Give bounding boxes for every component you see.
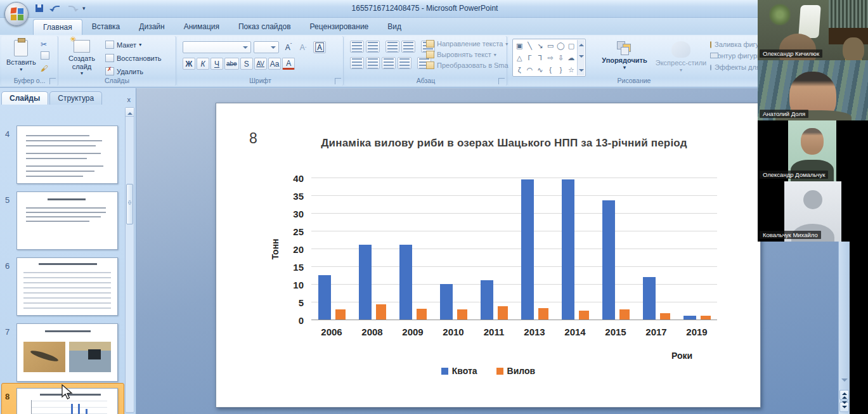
- shape-outline-button[interactable]: Контур фигуры: [710, 52, 760, 60]
- italic-button[interactable]: К: [197, 58, 209, 70]
- legend-item-Квота: Квота: [441, 366, 477, 376]
- shapes-gallery-scroll[interactable]: [577, 40, 585, 75]
- slide-thumbnail-7[interactable]: 7: [0, 322, 127, 385]
- shape-fill-button[interactable]: Заливка фигуры: [710, 41, 760, 48]
- previous-slide-button[interactable]: [839, 390, 849, 400]
- font-size-combo[interactable]: [254, 41, 279, 53]
- participant-video-2[interactable]: Анатолий Доля: [758, 60, 868, 120]
- ribbon-tab-Вставка[interactable]: Вставка: [82, 19, 130, 35]
- participant-video-3[interactable]: Олександр Домальчук: [758, 120, 868, 181]
- font-dialog-launcher[interactable]: [335, 78, 341, 84]
- ribbon-tab-Дизайн[interactable]: Дизайн: [129, 19, 174, 35]
- align-center-button[interactable]: [366, 57, 380, 69]
- decrease-indent-icon: [387, 42, 398, 52]
- shape-icon[interactable]: ζ: [514, 64, 524, 76]
- tab-slides[interactable]: Слайды: [1, 91, 48, 105]
- align-right-button[interactable]: [382, 57, 396, 69]
- panel-scrollbar[interactable]: [125, 107, 134, 413]
- shape-icon[interactable]: ⇨: [545, 52, 555, 64]
- shapes-gallery[interactable]: ▣╲↘▭◯▢△ΓꞀ⇨⇩☁ζ◠∿{}☆: [512, 39, 586, 77]
- slide-thumbnail-5[interactable]: 5: [0, 190, 127, 254]
- character-spacing-button[interactable]: AV: [254, 58, 267, 70]
- tab-outline[interactable]: Структура: [49, 91, 102, 105]
- shape-icon[interactable]: }: [555, 64, 566, 76]
- qat-more-button[interactable]: ▾: [82, 5, 86, 11]
- participant-video-1[interactable]: Олександр Кичилюк: [758, 0, 868, 60]
- slide-number: 8: [249, 130, 257, 147]
- panel-scroll-thumb[interactable]: [126, 184, 133, 224]
- shape-icon[interactable]: ╲: [524, 40, 534, 52]
- shape-icon[interactable]: ▭: [545, 40, 555, 52]
- shape-icon[interactable]: Γ: [524, 52, 534, 64]
- increase-indent-button[interactable]: [401, 41, 415, 53]
- arrange-button[interactable]: Упорядочить▾: [597, 41, 652, 70]
- strikethrough-button[interactable]: abe: [224, 58, 239, 70]
- participant-4-name: Ковальчук Михайло: [760, 231, 821, 239]
- bar-Квота-2010: [440, 284, 453, 320]
- cut-button[interactable]: ✂: [41, 40, 47, 49]
- ribbon-tab-Вид[interactable]: Вид: [378, 19, 411, 35]
- ribbon-tab-Анимация[interactable]: Анимация: [174, 19, 229, 35]
- clear-formatting-button[interactable]: 🄰: [313, 41, 326, 53]
- shrink-font-button[interactable]: Аˇ: [297, 41, 309, 53]
- text-shadow-button[interactable]: S: [240, 58, 253, 70]
- participant-1-name: Олександр Кичилюк: [760, 49, 822, 58]
- shape-icon[interactable]: {: [545, 64, 555, 76]
- bar-group-2013: [514, 178, 555, 320]
- redo-button[interactable]: [66, 3, 79, 14]
- panel-scroll-up-button[interactable]: [126, 108, 134, 117]
- align-left-button[interactable]: [350, 57, 364, 69]
- format-painter-button[interactable]: 🖌: [41, 64, 48, 73]
- justify-button[interactable]: [398, 57, 411, 69]
- clipboard-dialog-launcher[interactable]: [49, 78, 56, 84]
- change-case-button[interactable]: Aa: [268, 58, 282, 70]
- ribbon-tab-Показ слайдов[interactable]: Показ слайдов: [229, 19, 301, 35]
- ribbon-tab-Главная[interactable]: Главная: [33, 19, 82, 35]
- slide-thumbnail-6[interactable]: 6: [0, 256, 127, 320]
- bar-group-2017: [636, 178, 677, 320]
- shape-effects-button[interactable]: Эффекты для фи: [710, 63, 760, 71]
- participant-video-4[interactable]: Ковальчук Михайло: [758, 181, 868, 242]
- bold-button[interactable]: Ж: [183, 58, 195, 70]
- reset-button[interactable]: Восстановить: [105, 54, 161, 62]
- shape-icon[interactable]: △: [514, 52, 524, 64]
- bullets-button[interactable]: [350, 41, 364, 53]
- quick-styles-icon: [671, 41, 690, 58]
- shape-icon[interactable]: Ꞁ: [535, 52, 545, 64]
- undo-button[interactable]: [49, 3, 62, 14]
- grow-font-button[interactable]: Аˆ: [282, 41, 295, 53]
- office-button[interactable]: [4, 2, 29, 26]
- ribbon-tab-row: ГлавнаяВставкаДизайнАнимацияПоказ слайдо…: [0, 18, 850, 35]
- copy-button[interactable]: [41, 51, 49, 60]
- shape-icon[interactable]: ↘: [535, 40, 545, 52]
- delete-button[interactable]: Удалить: [105, 67, 143, 75]
- font-name-combo[interactable]: [183, 41, 251, 53]
- paste-button[interactable]: Вставить▾: [6, 40, 36, 72]
- slide-canvas[interactable]: 8 Динаміка вилову риби в озерах Шацького…: [216, 103, 761, 408]
- next-slide-button[interactable]: [839, 402, 849, 412]
- shape-icon[interactable]: ▣: [514, 40, 524, 52]
- shape-icon[interactable]: ∿: [535, 64, 545, 76]
- decrease-indent-button[interactable]: [385, 41, 399, 53]
- numbering-button[interactable]: [366, 41, 380, 53]
- shape-icon[interactable]: ⇩: [555, 52, 566, 64]
- shape-icon[interactable]: ☆: [566, 64, 576, 76]
- shape-icon[interactable]: ▢: [566, 40, 576, 52]
- save-button[interactable]: [33, 3, 46, 14]
- x-tick-label: 2013: [514, 327, 555, 337]
- panel-close-button[interactable]: x: [124, 94, 135, 105]
- quick-access-toolbar: ▾: [33, 3, 86, 14]
- ribbon-tab-Рецензирование[interactable]: Рецензирование: [301, 19, 379, 35]
- shape-icon[interactable]: ◯: [555, 40, 566, 52]
- y-tick-label: 35: [293, 191, 304, 202]
- slide-thumbnail-4[interactable]: 4: [0, 124, 127, 188]
- shape-icon[interactable]: ◠: [524, 64, 534, 76]
- layout-button[interactable]: Макет▾: [105, 41, 141, 49]
- paragraph-dialog-launcher[interactable]: [498, 78, 505, 84]
- new-slide-button[interactable]: Создать слайд▾: [63, 40, 100, 76]
- underline-button[interactable]: Ч: [211, 58, 223, 70]
- thumbnail-7-preview: [16, 323, 118, 382]
- quick-styles-button[interactable]: Экспресс-стили▾: [654, 41, 708, 73]
- shape-icon[interactable]: ☁: [566, 52, 576, 64]
- font-color-button[interactable]: А: [282, 58, 295, 70]
